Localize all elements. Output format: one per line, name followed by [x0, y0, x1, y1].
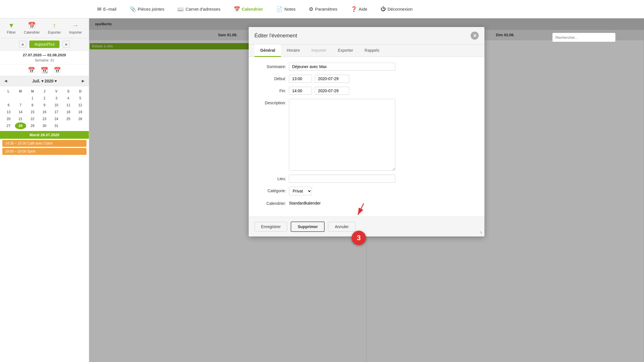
tab-rappels[interactable]: Rappels: [359, 45, 385, 57]
categorie-label: Catégorie:: [257, 187, 286, 193]
nav-settings[interactable]: ⚙ Paramètres: [306, 5, 340, 14]
gear-icon: ⚙: [309, 6, 313, 12]
calendrier-label: Calendrier:: [257, 199, 286, 206]
day-view-icon[interactable]: 📅: [28, 67, 35, 74]
lieu-row: Lieu:: [257, 175, 476, 183]
paperclip-icon: 📎: [130, 6, 136, 12]
modal-body: Sommaire: Début: Fin: Descripti: [249, 57, 484, 217]
mini-cal-next[interactable]: ►: [81, 78, 85, 84]
sommaire-row: Sommaire:: [257, 63, 476, 71]
debut-row: Début:: [257, 75, 476, 83]
description-row: Description:: [257, 99, 476, 171]
calendar-tool[interactable]: 📅 Calendrier: [24, 22, 40, 34]
day-header: Mardi 28.07.2020: [0, 131, 89, 139]
nav-attachments[interactable]: 📎 Pièces jointes: [127, 5, 167, 14]
event-sport[interactable]: 18:00 – 20:00 Sport: [2, 148, 87, 155]
envelope-icon: ✉: [97, 6, 101, 12]
fin-row: Fin:: [257, 87, 476, 95]
cal-week-2: 6 7 8 9 10 11 12: [3, 102, 86, 109]
power-icon: ⏻: [381, 6, 386, 12]
sidebar: ▼ Filtrer 📅 Calendrier ↑ Exporter → Impo…: [0, 18, 89, 362]
filter-tool[interactable]: ▼ Filtrer: [7, 22, 16, 34]
nav-notes[interactable]: 📄 Notes: [274, 5, 298, 14]
step-3-badge: 3: [352, 231, 366, 245]
week-info: Semaine: 31: [0, 58, 89, 64]
week-view-icon[interactable]: 📆: [41, 67, 48, 74]
categorie-select-wrap: Privat Travail: [289, 187, 312, 195]
modal-resize-handle[interactable]: ⤡: [479, 230, 483, 235]
step-arrow-svg: [355, 203, 378, 221]
prev-week-button[interactable]: «: [19, 41, 26, 48]
sommaire-input[interactable]: [289, 63, 395, 71]
import-icon: →: [72, 22, 79, 29]
calendrier-value: Standardkalender: [289, 199, 321, 207]
cal-view-icons: 📅 📆 📅: [0, 64, 89, 76]
lieu-input[interactable]: [289, 175, 395, 183]
debut-time-input[interactable]: [289, 75, 312, 83]
svg-line-1: [358, 203, 364, 215]
fin-date-input[interactable]: [315, 87, 349, 95]
mini-cal-prev[interactable]: ◄: [3, 78, 8, 84]
supprimer-button[interactable]: Supprimer: [291, 222, 325, 232]
enregistrer-button[interactable]: Enregistrer: [254, 222, 287, 232]
today-navigation: « Aujourd'hui »: [0, 38, 89, 51]
top-navigation: ✉ E–mail 📎 Pièces jointes 📖 Carnet d'adr…: [0, 0, 644, 18]
debut-date-input[interactable]: [315, 75, 349, 83]
nav-help[interactable]: ❓ Aide: [348, 5, 370, 14]
lieu-label: Lieu:: [257, 175, 286, 181]
help-icon: ❓: [351, 6, 357, 12]
description-textarea[interactable]: [289, 99, 395, 171]
export-tool[interactable]: ↑ Exporter: [48, 22, 61, 34]
nav-logout[interactable]: ⏻ Déconnexion: [378, 5, 415, 13]
cal-header-row: L M M J V S D: [3, 88, 86, 95]
nav-calendar[interactable]: 📅 Calendrier: [231, 5, 265, 14]
modal-close-button[interactable]: ✕: [471, 32, 479, 40]
modal-header: Éditer l'événement ✕: [249, 27, 484, 45]
tab-horaire[interactable]: Horaire: [281, 45, 306, 57]
fin-time-input[interactable]: [289, 87, 312, 95]
mini-cal-header: ◄ Juil. ▾ 2020 ▾ ►: [0, 76, 89, 86]
export-icon: ↑: [53, 22, 56, 29]
sidebar-toolbar: ▼ Filtrer 📅 Calendrier ↑ Exporter → Impo…: [0, 18, 89, 38]
nav-email[interactable]: ✉ E–mail: [95, 5, 119, 14]
cal-week-1: 1 2 3 4 5: [3, 95, 86, 102]
mini-cal-title: Juil. ▾ 2020 ▾: [32, 79, 57, 83]
cal-week-3: 13 14 15 16 17 18 19: [3, 109, 86, 115]
edit-event-modal: Éditer l'événement ✕ Général Horaire Imp…: [249, 27, 484, 236]
mini-cal-grid: L M M J V S D 1 2 3 4 5 6 7 8 9 10 11 12…: [0, 86, 89, 131]
search-bar: ✕: [552, 33, 621, 42]
calendar-sidebar-icon: 📅: [28, 22, 36, 29]
calendar-icon: 📅: [234, 6, 240, 12]
debut-label: Début:: [257, 75, 286, 81]
book-icon: 📖: [177, 6, 184, 12]
main-content: ope/Berlin Sam 01.08. Balade à vélo Dim …: [89, 18, 644, 362]
today-button[interactable]: Aujourd'hui: [29, 41, 60, 48]
nav-contacts[interactable]: 📖 Carnet d'adresses: [175, 5, 223, 14]
date-range: 27.07.2020 — 02.08.2020: [0, 51, 89, 58]
tab-importer[interactable]: Importer: [306, 45, 332, 57]
cal-week-5: 27 28 29 30 31: [3, 122, 86, 129]
tab-general[interactable]: Général: [254, 45, 281, 57]
tab-exporter[interactable]: Exporter: [332, 45, 359, 57]
search-input[interactable]: [552, 33, 616, 42]
filter-icon: ▼: [8, 22, 15, 29]
annuler-button[interactable]: Annuler: [328, 222, 355, 232]
search-clear-icon[interactable]: ✕: [617, 35, 621, 40]
nav-items: ✉ E–mail 📎 Pièces jointes 📖 Carnet d'adr…: [95, 5, 638, 14]
month-view-icon[interactable]: 📅: [54, 67, 61, 74]
description-label: Description:: [257, 99, 286, 105]
categorie-select[interactable]: Privat Travail: [289, 187, 312, 195]
notes-icon: 📄: [276, 6, 283, 12]
cal-week-4: 20 21 22 23 24 25 26: [3, 115, 86, 122]
sommaire-label: Sommaire:: [257, 63, 286, 69]
categorie-row: Catégorie: Privat Travail: [257, 187, 476, 195]
next-week-button[interactable]: »: [62, 41, 70, 48]
event-cafe[interactable]: 14:30 – 15:30 Café avec Claire: [2, 140, 87, 147]
fin-label: Fin:: [257, 87, 286, 93]
modal-tabs: Général Horaire Importer Exporter Rappel…: [249, 45, 484, 57]
modal-title: Éditer l'événement: [254, 33, 297, 39]
modal-overlay: Éditer l'événement ✕ Général Horaire Imp…: [89, 18, 644, 362]
import-tool[interactable]: → Importer: [69, 22, 82, 34]
